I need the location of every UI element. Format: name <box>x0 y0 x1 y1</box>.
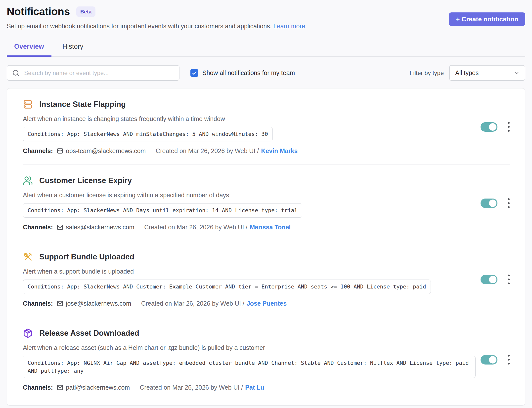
search-box <box>7 65 179 81</box>
chevron-down-icon <box>513 70 520 76</box>
filter-type-select[interactable]: All types <box>449 65 525 81</box>
package-icon <box>23 328 33 338</box>
filter-right: Filter by type All types <box>410 65 525 81</box>
notification-row-instance-state-flapping: Instance State Flapping Alert when an in… <box>23 88 510 165</box>
mail-icon <box>57 224 63 231</box>
header-left: Notifications Beta Set up email or webho… <box>7 5 305 30</box>
tab-history[interactable]: History <box>55 39 91 57</box>
conditions-box: Conditions: App: NGINX Air Gap AND asset… <box>23 356 476 378</box>
team-checkbox[interactable] <box>190 69 198 77</box>
tools-icon <box>23 252 33 262</box>
filter-by-type-label: Filter by type <box>410 70 444 77</box>
toggle-knob <box>489 276 496 283</box>
team-checkbox-label: Show all notifications for my team <box>202 69 295 77</box>
users-icon <box>23 176 33 186</box>
created-text: Created on Mar 26, 2026 by Web UI / <box>141 300 244 307</box>
notification-row-release-asset-downloaded: Release Asset Downloaded Alert when a re… <box>23 317 510 402</box>
conditions-box: Conditions: App: SlackerNews AND minStat… <box>23 127 273 141</box>
created-text: Created on Mar 26, 2026 by Web UI / <box>156 147 259 155</box>
notification-description: Alert when a support bundle is uploaded <box>23 268 476 275</box>
channels-label: Channels: <box>23 224 53 231</box>
search-icon <box>12 69 20 78</box>
notifications-page: Notifications Beta Set up email or webho… <box>0 0 532 408</box>
filter-type-value: All types <box>455 69 479 77</box>
notification-description: Alert when a release asset (such as a He… <box>23 344 476 351</box>
meta-line: Channels: patl@slackernews.com Created o… <box>23 384 476 391</box>
channels-label: Channels: <box>23 300 53 307</box>
search-input[interactable] <box>7 65 179 81</box>
page-title: Notifications <box>7 5 70 18</box>
enabled-toggle[interactable] <box>481 199 497 208</box>
enabled-toggle[interactable] <box>481 122 497 132</box>
notification-title: Support Bundle Uploaded <box>39 252 134 261</box>
page-header: Notifications Beta Set up email or webho… <box>7 5 525 30</box>
mail-icon <box>57 384 63 391</box>
learn-more-link[interactable]: Learn more <box>273 23 305 30</box>
notifications-list: Instance State Flapping Alert when an in… <box>7 88 525 406</box>
channel-email: ops-team@slackernews.com <box>66 147 146 155</box>
notification-row-customer-license-expiry: Customer License Expiry Alert when a cus… <box>23 165 510 241</box>
subtitle-text: Set up email or webhook notifications fo… <box>7 23 272 30</box>
page-subtitle: Set up email or webhook notifications fo… <box>7 23 305 30</box>
filter-row: Show all notifications for my team Filte… <box>7 65 525 81</box>
channel-email: patl@slackernews.com <box>66 384 130 391</box>
author-link[interactable]: Marissa Tonel <box>250 224 291 231</box>
notification-description: Alert when an instance is changing state… <box>23 115 476 122</box>
author-link[interactable]: Jose Puentes <box>247 300 287 307</box>
meta-line: Channels: sales@slackernews.com Created … <box>23 224 476 231</box>
created-text: Created on Mar 26, 2026 by Web UI / <box>144 224 247 231</box>
meta-line: Channels: jose@slackernews.com Created o… <box>23 300 476 307</box>
channel-email: jose@slackernews.com <box>66 300 131 307</box>
toggle-knob <box>489 123 496 131</box>
created-text: Created on Mar 26, 2026 by Web UI / <box>140 384 243 391</box>
toggle-knob <box>489 200 496 207</box>
tabs-bar: Overview History <box>7 39 525 57</box>
meta-line: Channels: ops-team@slackernews.com Creat… <box>23 147 476 155</box>
notification-row-support-bundle-uploaded: Support Bundle Uploaded Alert when a sup… <box>23 241 510 317</box>
kebab-menu-icon[interactable] <box>507 197 510 209</box>
conditions-box: Conditions: App: SlackerNews AND Days un… <box>23 203 302 218</box>
notification-title: Customer License Expiry <box>39 176 132 185</box>
mail-icon <box>57 148 63 154</box>
notification-title: Release Asset Downloaded <box>39 329 139 338</box>
author-link[interactable]: Kevin Marks <box>261 147 298 155</box>
team-notifications-checkbox-row[interactable]: Show all notifications for my team <box>190 69 295 77</box>
channel-email: sales@slackernews.com <box>66 224 134 231</box>
kebab-menu-icon[interactable] <box>507 274 510 285</box>
toggle-knob <box>489 356 496 364</box>
mail-icon <box>57 300 63 307</box>
server-icon <box>23 99 33 109</box>
author-link[interactable]: Pat Lu <box>245 384 264 391</box>
beta-badge: Beta <box>76 6 96 17</box>
channels-label: Channels: <box>23 147 53 155</box>
kebab-menu-icon[interactable] <box>507 354 510 366</box>
create-notification-button[interactable]: + Create notification <box>449 12 525 26</box>
enabled-toggle[interactable] <box>481 355 497 365</box>
channels-label: Channels: <box>23 384 53 391</box>
notification-title: Instance State Flapping <box>39 100 126 109</box>
notification-description: Alert when a customer license is expirin… <box>23 192 476 199</box>
tab-overview[interactable]: Overview <box>7 39 51 57</box>
conditions-box: Conditions: App: SlackerNews AND Custome… <box>23 280 431 294</box>
kebab-menu-icon[interactable] <box>507 121 510 133</box>
enabled-toggle[interactable] <box>481 275 497 284</box>
